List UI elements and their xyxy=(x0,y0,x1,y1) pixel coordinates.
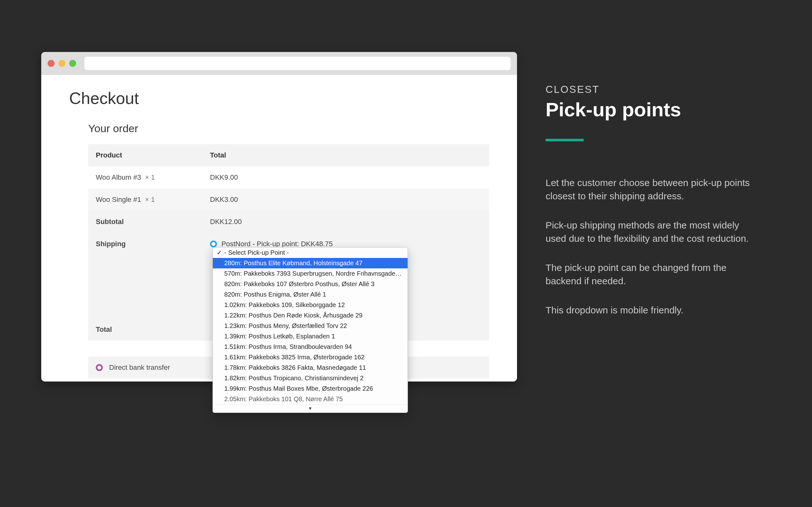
col-header-product: Product xyxy=(88,144,202,166)
dropdown-option[interactable]: 1.23km: Posthus Meny, Østerfælled Torv 2… xyxy=(213,321,408,331)
shipping-label: Shipping xyxy=(88,233,202,255)
paragraph-1: Let the customer choose between pick-up … xyxy=(546,176,755,203)
line-item-total: DKK9.00 xyxy=(202,166,489,188)
dropdown-option[interactable]: 1.61km: Pakkeboks 3825 Irma, Østerbrogad… xyxy=(213,352,408,362)
dropdown-option[interactable]: 1.39km: Posthus Letkøb, Esplanaden 1 xyxy=(213,331,408,342)
line-item-name: Woo Album #3 × 1 xyxy=(88,166,202,188)
table-row: Woo Single #1 × 1 DKK3.00 xyxy=(88,188,489,211)
item-name: Woo Album #3 xyxy=(96,173,141,181)
table-header: Product Total xyxy=(88,144,489,166)
dropdown-option[interactable]: 1.78km: Pakkeboks 3826 Fakta, Masnedøgad… xyxy=(213,362,408,373)
item-name: Woo Single #1 xyxy=(96,195,141,204)
dropdown-option[interactable]: 1.02km: Pakkeboks 109, Silkeborggade 12 xyxy=(213,300,408,310)
page-title: Checkout xyxy=(69,89,489,108)
zoom-icon[interactable] xyxy=(69,60,76,67)
total-label: Total xyxy=(88,319,202,341)
dropdown-option[interactable]: 1.99km: Posthus Mail Boxes Mbe, Østerbro… xyxy=(213,383,408,394)
accent-rule xyxy=(546,139,583,141)
dropdown-option[interactable]: 1.82km: Posthus Tropicano, Christiansmin… xyxy=(213,373,408,383)
payment-method-label: Direct bank transfer xyxy=(109,363,170,372)
dropdown-option[interactable]: 1.51km: Posthus Irma, Strandboulevarden … xyxy=(213,342,408,352)
headline: Pick-up points xyxy=(546,99,755,120)
section-title-order: Your order xyxy=(88,122,489,135)
pickup-point-dropdown[interactable]: - Select Pick-up Point - 280m: Posthus E… xyxy=(212,247,408,413)
table-row: Woo Album #3 × 1 DKK9.00 xyxy=(88,166,489,188)
radio-icon[interactable] xyxy=(210,240,217,247)
close-icon[interactable] xyxy=(48,60,55,67)
minimize-icon[interactable] xyxy=(58,60,65,67)
paragraph-4: This dropdown is mobile friendly. xyxy=(546,303,755,317)
url-bar[interactable] xyxy=(84,57,511,70)
item-qty: × 1 xyxy=(145,195,155,204)
col-header-total: Total xyxy=(202,144,489,166)
subtotal-row: Subtotal DKK12.00 xyxy=(88,211,489,233)
dropdown-option-selected[interactable]: 280m: Posthus Elite Købmand, Holsteinsga… xyxy=(213,258,408,268)
line-item-total: DKK3.00 xyxy=(202,188,489,211)
item-qty: × 1 xyxy=(145,173,155,181)
dropdown-option[interactable]: 820m: Pakkeboks 107 Østerbro Posthus, Øs… xyxy=(213,279,408,289)
browser-chrome xyxy=(41,52,517,75)
dropdown-option[interactable]: 1.22km: Posthus Den Røde Kiosk, Århusgad… xyxy=(213,310,408,321)
marketing-copy: CLOSEST Pick-up points Let the customer … xyxy=(546,82,755,333)
paragraph-3: The pick-up point can be changed from th… xyxy=(546,261,755,288)
traffic-lights xyxy=(48,60,76,67)
subtotal-label: Subtotal xyxy=(88,211,202,233)
chevron-down-icon[interactable]: ▾ xyxy=(213,404,408,412)
dropdown-placeholder[interactable]: - Select Pick-up Point - xyxy=(213,247,408,258)
dropdown-option[interactable]: 820m: Posthus Enigma, Øster Allé 1 xyxy=(213,289,408,300)
eyebrow: CLOSEST xyxy=(546,82,755,97)
paragraph-2: Pick-up shipping methods are the most wi… xyxy=(546,219,755,245)
line-item-name: Woo Single #1 × 1 xyxy=(88,188,202,211)
dropdown-option[interactable]: 570m: Pakkeboks 7393 Superbrugsen, Nordr… xyxy=(213,268,408,279)
dropdown-option-overflow[interactable]: 2.05km: Pakkeboks 101 Q8, Nørre Allé 75 xyxy=(213,394,408,404)
subtotal-value: DKK12.00 xyxy=(202,211,489,233)
radio-icon[interactable] xyxy=(96,364,103,371)
